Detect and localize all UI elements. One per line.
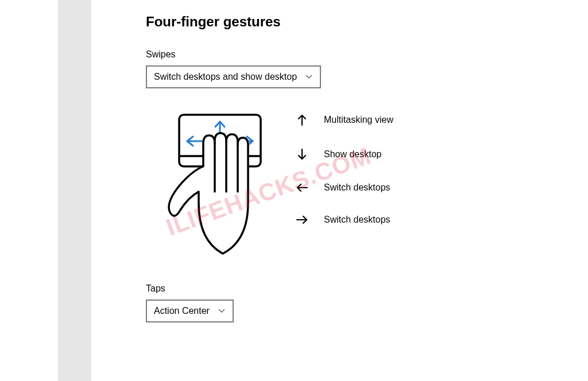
taps-dropdown-value: Action Center bbox=[154, 306, 210, 316]
legend-row-down: Show desktop bbox=[295, 148, 393, 161]
settings-section-four-finger-gestures: Four-finger gestures Swipes Switch deskt… bbox=[146, 14, 548, 322]
swipes-dropdown-value: Switch desktops and show desktop bbox=[154, 72, 297, 82]
left-sidebar-strip bbox=[58, 0, 91, 381]
legend-left-text: Switch desktops bbox=[324, 182, 390, 193]
legend-row-up: Multitasking view bbox=[295, 114, 393, 126]
chevron-down-icon bbox=[218, 307, 226, 315]
taps-label: Taps bbox=[146, 283, 548, 294]
taps-dropdown[interactable]: Action Center bbox=[146, 300, 234, 322]
arrow-down-icon bbox=[295, 148, 309, 161]
legend-row-right: Switch desktops bbox=[295, 215, 393, 225]
legend-up-text: Multitasking view bbox=[324, 115, 393, 125]
gesture-illustration-area: Multitasking view Show desktop Switch de… bbox=[146, 111, 548, 266]
gesture-legend: Multitasking view Show desktop Switch de… bbox=[295, 111, 393, 225]
swipes-dropdown[interactable]: Switch desktops and show desktop bbox=[146, 65, 321, 88]
chevron-down-icon bbox=[305, 73, 313, 81]
legend-right-text: Switch desktops bbox=[324, 215, 390, 225]
arrow-left-icon bbox=[295, 182, 309, 193]
arrow-right-icon bbox=[295, 215, 309, 225]
section-title: Four-finger gestures bbox=[146, 14, 548, 30]
legend-down-text: Show desktop bbox=[324, 149, 382, 160]
arrow-up-icon bbox=[295, 114, 309, 126]
taps-group: Taps Action Center bbox=[146, 283, 548, 322]
touchpad-hand-illustration bbox=[163, 111, 272, 266]
swipes-label: Swipes bbox=[146, 49, 548, 60]
legend-row-left: Switch desktops bbox=[295, 182, 393, 193]
